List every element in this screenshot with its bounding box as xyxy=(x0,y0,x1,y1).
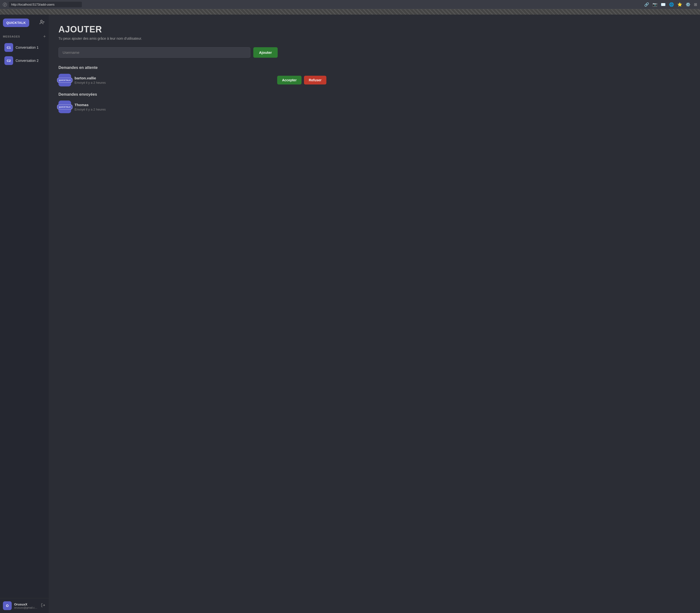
sent-request-avatar: QUICKTALK xyxy=(59,101,71,113)
sidebar-item-conversation2[interactable]: C2 Conversation 2 xyxy=(1,54,47,67)
camera-icon[interactable]: 📷 xyxy=(652,2,657,7)
page-title: AJOUTER xyxy=(59,24,690,35)
globe-icon[interactable]: 🌐 xyxy=(669,2,674,7)
app-container: QUICKTALK MESSAGES + C1 Conversation 1 xyxy=(0,15,700,613)
messages-label: MESSAGES xyxy=(3,35,20,38)
username-input[interactable] xyxy=(59,47,250,58)
settings-icon[interactable]: ⚙️ xyxy=(686,2,690,7)
page-subtitle: Tu peux ajouter des amis grâce à leur no… xyxy=(59,37,690,40)
sent-request-name: Thomas xyxy=(75,103,326,107)
sidebar-item-conversation1[interactable]: C1 Conversation 1 xyxy=(1,41,47,54)
logo-button[interactable]: QUICKTALK xyxy=(3,18,29,27)
conv2-name: Conversation 2 xyxy=(16,59,38,63)
grid-icon[interactable]: ⊞ xyxy=(694,2,697,7)
search-row: Ajouter xyxy=(59,47,278,58)
sent-request-info: Thomas Envoyé il y a 2 heures xyxy=(75,103,326,111)
sent-request-time: Envoyé il y a 2 heures xyxy=(75,108,326,111)
link-icon[interactable]: 🔗 xyxy=(644,2,649,7)
conv1-name: Conversation 1 xyxy=(16,45,38,49)
conv1-avatar: C1 xyxy=(4,43,13,52)
stripe-bar xyxy=(0,9,700,15)
ajouter-button[interactable]: Ajouter xyxy=(253,47,278,58)
pending-request-info: barton.vallie Envoyé il y a 2 heures xyxy=(75,76,274,84)
url-bar[interactable] xyxy=(9,2,82,7)
avatar: O xyxy=(3,601,12,610)
pending-request-actions: Accepter Refuser xyxy=(277,76,326,84)
add-user-icon-button[interactable] xyxy=(38,18,46,27)
sidebar: QUICKTALK MESSAGES + C1 Conversation 1 xyxy=(0,15,49,613)
pending-request-time: Envoyé il y a 2 heures xyxy=(75,81,274,84)
svg-point-0 xyxy=(41,20,42,22)
pending-section-title: Demandes en attente xyxy=(59,65,690,70)
star-icon[interactable]: ⭐ xyxy=(677,2,682,7)
main-content: AJOUTER Tu peux ajouter des amis grâce à… xyxy=(49,15,700,613)
messages-add-button[interactable]: + xyxy=(43,34,46,39)
sent-request-item: QUICKTALK Thomas Envoyé il y a 2 heures xyxy=(59,101,326,113)
mail-icon[interactable]: ✉️ xyxy=(661,2,666,7)
logout-button[interactable] xyxy=(40,602,46,609)
user-email-label: orusuxx@gmail.com xyxy=(14,606,38,609)
quicktalk-logo-small: QUICKTALK xyxy=(57,78,72,83)
quicktalk-logo-small-sent: QUICKTALK xyxy=(57,104,72,109)
refuse-button[interactable]: Refuser xyxy=(304,76,326,84)
username-label: OrusuxX xyxy=(14,602,38,606)
browser-toolbar: 🔗 📷 ✉️ 🌐 ⭐ ⚙️ ⊞ xyxy=(644,2,697,7)
sidebar-header: QUICKTALK xyxy=(0,15,49,31)
messages-label-row: MESSAGES + xyxy=(0,33,49,40)
browser-chrome: i 🔗 📷 ✉️ 🌐 ⭐ ⚙️ ⊞ xyxy=(0,0,700,9)
pending-request-avatar: QUICKTALK xyxy=(59,74,71,87)
pending-request-item: QUICKTALK barton.vallie Envoyé il y a 2 … xyxy=(59,74,326,87)
user-info: OrusuxX orusuxx@gmail.com xyxy=(14,602,38,609)
sent-section-title: Demandes envoyées xyxy=(59,92,690,97)
info-icon: i xyxy=(3,3,7,6)
conv2-avatar: C2 xyxy=(4,56,13,65)
sidebar-footer: O OrusuxX orusuxx@gmail.com xyxy=(0,598,49,613)
messages-section: MESSAGES + C1 Conversation 1 C2 Conversa… xyxy=(0,31,49,598)
accept-button[interactable]: Accepter xyxy=(277,76,302,84)
pending-request-name: barton.vallie xyxy=(75,76,274,80)
